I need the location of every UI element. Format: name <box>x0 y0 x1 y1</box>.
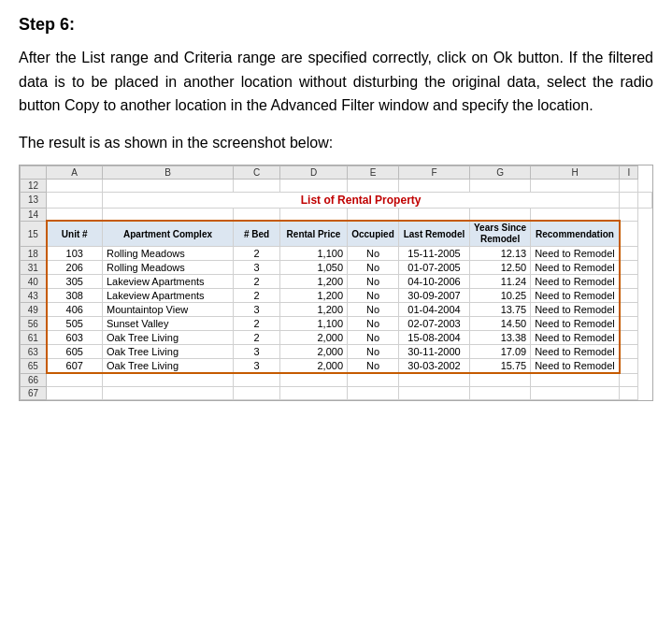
cell-unit: 603 <box>47 331 103 345</box>
cell-years: 10.25 <box>470 289 531 303</box>
cell-complex: Sunset Valley <box>103 317 234 331</box>
row-num: 56 <box>21 317 47 331</box>
cell-price: 1,100 <box>280 247 348 261</box>
col-b-header: B <box>103 165 234 179</box>
row-num: 15 <box>21 221 47 247</box>
cell <box>280 208 348 221</box>
cell-price: 2,000 <box>280 331 348 345</box>
table-row: 15 Unit # Apartment Complex # Bed Rental… <box>21 221 652 247</box>
cell-occupied: No <box>348 275 399 289</box>
cell-occupied: No <box>348 359 399 374</box>
cell <box>531 386 620 399</box>
row-num: 66 <box>21 373 47 386</box>
cell-recommendation: Need to Remodel <box>531 345 620 359</box>
cell <box>234 386 280 399</box>
cell-occupied: No <box>348 303 399 317</box>
spreadsheet-title: List of Rental Property <box>103 192 620 208</box>
cell-complex: Rolling Meadows <box>103 261 234 275</box>
cell <box>348 208 399 221</box>
cell-unit: 505 <box>47 317 103 331</box>
cell-last-remodel: 15-08-2004 <box>399 331 470 345</box>
cell-price: 1,200 <box>280 289 348 303</box>
table-row: 61 603 Oak Tree Living 2 2,000 No 15-08-… <box>21 331 652 345</box>
cell <box>348 179 399 192</box>
row-num: 49 <box>21 303 47 317</box>
cell-occupied: No <box>348 289 399 303</box>
cell <box>103 386 234 399</box>
cell-recommendation: Need to Remodel <box>531 275 620 289</box>
cell <box>620 221 638 247</box>
cell <box>620 179 638 192</box>
cell-complex: Oak Tree Living <box>103 359 234 374</box>
col-d-header: D <box>280 165 348 179</box>
cell <box>399 373 470 386</box>
row-num: 13 <box>21 192 47 208</box>
row-num: 63 <box>21 345 47 359</box>
col-occupied-header: Occupied <box>348 221 399 247</box>
cell-complex: Mountaintop View <box>103 303 234 317</box>
cell-last-remodel: 15-11-2005 <box>399 247 470 261</box>
row-num: 14 <box>21 208 47 221</box>
cell-years: 12.13 <box>470 247 531 261</box>
cell <box>620 331 638 345</box>
cell-price: 1,200 <box>280 303 348 317</box>
col-bed-header: # Bed <box>234 221 280 247</box>
row-num: 31 <box>21 261 47 275</box>
cell-occupied: No <box>348 247 399 261</box>
row-num: 18 <box>21 247 47 261</box>
cell <box>399 386 470 399</box>
table-row: 67 <box>21 386 652 399</box>
cell <box>234 208 280 221</box>
cell-unit: 305 <box>47 275 103 289</box>
cell-last-remodel: 30-03-2002 <box>399 359 470 374</box>
cell <box>399 208 470 221</box>
cell <box>103 373 234 386</box>
cell <box>103 208 234 221</box>
result-text: The result is as shown in the screenshot… <box>19 135 653 151</box>
cell-price: 1,100 <box>280 317 348 331</box>
row-num: 61 <box>21 331 47 345</box>
cell <box>348 373 399 386</box>
cell-last-remodel: 30-09-2007 <box>399 289 470 303</box>
table-row: 49 406 Mountaintop View 3 1,200 No 01-04… <box>21 303 652 317</box>
row-num: 12 <box>21 179 47 192</box>
cell-last-remodel: 04-10-2006 <box>399 275 470 289</box>
cell-last-remodel: 02-07-2003 <box>399 317 470 331</box>
cell-last-remodel: 01-04-2004 <box>399 303 470 317</box>
step-title: Step 6: <box>19 15 653 35</box>
cell <box>348 386 399 399</box>
table-row: 40 305 Lakeview Apartments 2 1,200 No 04… <box>21 275 652 289</box>
cell-recommendation: Need to Remodel <box>531 359 620 374</box>
cell <box>620 345 638 359</box>
table-row: 14 <box>21 208 652 221</box>
cell-occupied: No <box>348 345 399 359</box>
cell-years: 17.09 <box>470 345 531 359</box>
cell <box>620 208 638 221</box>
cell-bed: 3 <box>234 359 280 374</box>
col-g-header: G <box>470 165 531 179</box>
col-recommendation-header: Recommendation <box>531 221 620 247</box>
cell-bed: 3 <box>234 303 280 317</box>
row-num: 67 <box>21 386 47 399</box>
cell <box>47 208 103 221</box>
cell-occupied: No <box>348 261 399 275</box>
cell <box>620 247 638 261</box>
cell-unit: 607 <box>47 359 103 374</box>
cell-bed: 2 <box>234 289 280 303</box>
cell <box>620 289 638 303</box>
cell-years: 14.50 <box>470 317 531 331</box>
cell-recommendation: Need to Remodel <box>531 317 620 331</box>
cell <box>620 317 638 331</box>
cell <box>531 373 620 386</box>
row-num: 65 <box>21 359 47 374</box>
cell-unit: 206 <box>47 261 103 275</box>
cell <box>234 373 280 386</box>
cell <box>103 179 234 192</box>
cell-complex: Lakeview Apartments <box>103 275 234 289</box>
col-h-header: H <box>531 165 620 179</box>
col-e-header: E <box>348 165 399 179</box>
cell <box>620 261 638 275</box>
cell <box>620 275 638 289</box>
cell <box>399 179 470 192</box>
cell-years: 12.50 <box>470 261 531 275</box>
